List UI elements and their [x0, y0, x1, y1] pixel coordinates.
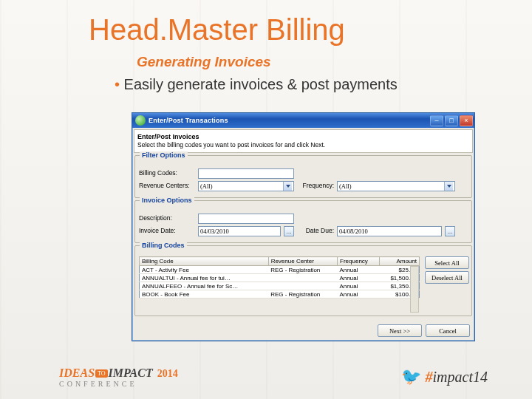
invoice-date-label: Invoice Date: [139, 228, 195, 235]
conference-logo: IDEASTOIMPACT2014 CONFERENCE [59, 366, 178, 388]
billing-codes-input[interactable] [198, 168, 294, 179]
col-billing-code[interactable]: Billing Code [140, 257, 269, 266]
description-label: Description: [139, 215, 195, 222]
frequency-value: (All) [339, 183, 352, 190]
app-icon [135, 115, 146, 126]
deselect-all-button[interactable]: Deselect All [425, 271, 469, 284]
titlebar[interactable]: Enter/Post Transactions – □ × [132, 113, 474, 128]
table-row[interactable]: ACT - Activity FeeREG - RegistrationAnnu… [140, 266, 420, 274]
hashtag: #impact14 [426, 369, 488, 386]
slide-footer: IDEASTOIMPACT2014 CONFERENCE 🐦 #impact14 [0, 362, 532, 392]
date-due-picker-button[interactable]: … [445, 226, 455, 236]
instruction-panel: Enter/Post Invoices Select the billing c… [134, 129, 473, 153]
maximize-button[interactable]: □ [445, 115, 458, 126]
description-input[interactable] [198, 214, 294, 224]
filter-options-group: Filter Options Billing Codes: Revenue Ce… [134, 155, 472, 198]
invoice-date-picker-button[interactable]: … [284, 226, 294, 236]
revenue-centers-combo[interactable]: (All) [198, 181, 294, 191]
invoice-legend: Invoice Options [140, 197, 194, 204]
dialog-title: Enter/Post Transactions [149, 117, 430, 124]
table-row[interactable]: BOOK - Book FeeREG - RegistrationAnnual$… [140, 290, 420, 299]
revenue-centers-label: Revenue Centers: [139, 183, 195, 190]
col-revenue-center[interactable]: Revenue Center [268, 257, 337, 266]
instruction-text: Select the billing codes you want to pos… [137, 142, 469, 149]
cancel-button[interactable]: Cancel [426, 324, 470, 337]
billing-codes-group: Billing Codes Billing Code Revenue Cente… [134, 245, 472, 316]
table-scrollbar[interactable] [410, 266, 419, 313]
date-due-input[interactable] [337, 226, 442, 236]
invoice-date-input[interactable] [198, 226, 281, 236]
minimize-button[interactable]: – [430, 115, 443, 126]
table-row[interactable]: ANNUALFEEO - Annual fee for Sc…Annual$1,… [140, 282, 420, 290]
billing-codes-table[interactable]: Billing Code Revenue Center Frequency Am… [139, 256, 420, 299]
col-frequency[interactable]: Frequency [338, 257, 380, 266]
chevron-down-icon[interactable] [283, 182, 292, 191]
slide-title: Head.Master Billing [89, 13, 488, 47]
date-due-label: Date Due: [297, 228, 334, 235]
slide-subtitle: Generating Invoices [137, 54, 488, 70]
frequency-combo[interactable]: (All) [337, 181, 455, 191]
slide-bullet: Easily generate invoices & post payments [115, 76, 488, 93]
next-button[interactable]: Next >> [378, 324, 422, 337]
twitter-icon: 🐦 [401, 367, 421, 386]
billing-codes-label: Billing Codes: [139, 170, 195, 177]
frequency-label: Frequency: [297, 183, 334, 190]
instruction-header: Enter/Post Invoices [137, 133, 469, 140]
billing-codes-legend: Billing Codes [140, 242, 187, 249]
filter-legend: Filter Options [140, 151, 188, 159]
col-amount[interactable]: Amount [380, 257, 420, 266]
select-all-button[interactable]: Select All [425, 256, 469, 269]
dialog-enter-post-transactions: Enter/Post Transactions – □ × Enter/Post… [132, 112, 475, 341]
chevron-down-icon[interactable] [444, 182, 453, 191]
revenue-centers-value: (All) [200, 183, 213, 190]
table-row[interactable]: ANNUALTUI - Annual fee for tui…Annual$1,… [140, 274, 420, 282]
close-button[interactable]: × [460, 115, 473, 126]
invoice-options-group: Invoice Options Description: Invoice Dat… [134, 200, 472, 243]
